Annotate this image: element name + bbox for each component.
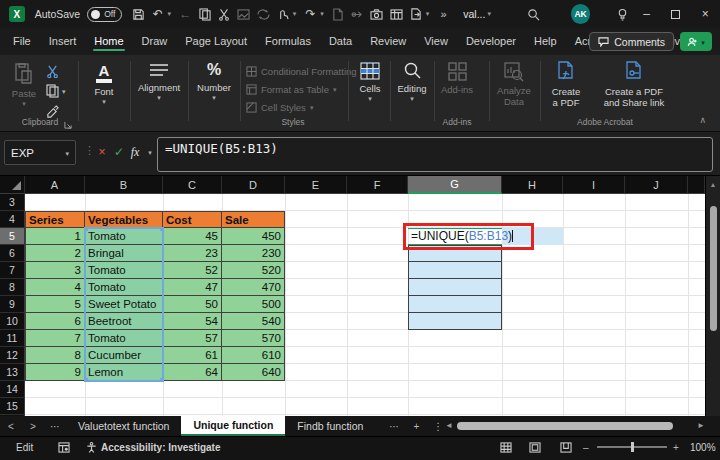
- cell[interactable]: 540: [222, 313, 285, 330]
- cell[interactable]: 520: [222, 262, 285, 279]
- alignment-group-button[interactable]: Alignment ▾: [132, 63, 186, 101]
- accessibility-status[interactable]: Accessibility: Investigate: [101, 437, 221, 457]
- create-pdf-share-button[interactable]: Create a PDF and Share link: [592, 61, 676, 108]
- horizontal-scrollbar-thumb[interactable]: [457, 422, 673, 430]
- cell[interactable]: 52: [163, 262, 222, 279]
- sheet-tab-unique-active[interactable]: Unique function: [181, 416, 285, 436]
- cell[interactable]: 57: [163, 330, 222, 347]
- undo-chevron-icon[interactable]: ▾: [168, 10, 176, 18]
- vertical-scrollbar[interactable]: ▲: [705, 176, 720, 416]
- normal-view-icon[interactable]: [500, 437, 512, 457]
- search-icon[interactable]: [523, 2, 543, 26]
- workbook-name[interactable]: val...: [463, 8, 485, 20]
- cell[interactable]: 61: [163, 347, 222, 364]
- table-header-cell[interactable]: Cost: [163, 211, 222, 228]
- excel-app-icon[interactable]: X: [9, 6, 25, 22]
- column-header-f[interactable]: F: [347, 176, 408, 194]
- cell[interactable]: 500: [222, 296, 285, 313]
- zoom-level[interactable]: 100%: [690, 437, 716, 457]
- tab-insert[interactable]: Insert: [40, 29, 86, 54]
- cell[interactable]: 230: [222, 245, 285, 262]
- cell[interactable]: 450: [222, 228, 285, 245]
- column-header-c[interactable]: C: [163, 176, 222, 194]
- new-sheet-button[interactable]: +: [405, 416, 427, 436]
- cell[interactable]: 640: [222, 364, 285, 381]
- cell[interactable]: 4: [25, 279, 85, 296]
- cell[interactable]: 9: [25, 364, 85, 381]
- draw-touch-icon[interactable]: [273, 2, 293, 26]
- cell[interactable]: 50: [163, 296, 222, 313]
- hscroll-left-icon[interactable]: ◄: [445, 421, 453, 430]
- close-button[interactable]: ×: [691, 0, 720, 28]
- cell[interactable]: 6: [25, 313, 85, 330]
- row-header-11[interactable]: 11: [0, 330, 25, 347]
- cancel-button[interactable]: ×: [94, 141, 110, 163]
- export-icon[interactable]: [406, 2, 426, 26]
- cell[interactable]: 8: [25, 347, 85, 364]
- cell[interactable]: 610: [222, 347, 285, 364]
- cell[interactable]: 47: [163, 279, 222, 296]
- spill-cell-g7[interactable]: [408, 262, 502, 279]
- table-header-cell[interactable]: Vegetables: [85, 211, 163, 228]
- export-chevron-icon[interactable]: ▾: [426, 10, 434, 18]
- macro-record-icon[interactable]: [58, 437, 70, 457]
- number-group-button[interactable]: % Number ▾: [190, 61, 238, 101]
- row-header-3[interactable]: 3: [0, 194, 25, 211]
- row-header-8[interactable]: 8: [0, 279, 25, 296]
- tab-help[interactable]: Help: [525, 29, 566, 54]
- column-header-d[interactable]: D: [222, 176, 285, 194]
- cell[interactable]: 570: [222, 330, 285, 347]
- font-group-button[interactable]: A Font ▾: [80, 63, 128, 105]
- comments-button[interactable]: Comments: [589, 32, 674, 51]
- tab-formulas[interactable]: Formulas: [256, 29, 320, 54]
- zoom-in-button[interactable]: +: [673, 437, 679, 457]
- scroll-up-icon[interactable]: ▲: [706, 176, 720, 188]
- spill-cell-g9[interactable]: [408, 296, 502, 313]
- row-header-7[interactable]: 7: [0, 262, 25, 279]
- column-header-e[interactable]: E: [285, 176, 347, 194]
- column-header-b[interactable]: B: [85, 176, 163, 194]
- row-header-10[interactable]: 10: [0, 313, 25, 330]
- table-header-cell[interactable]: Sale: [222, 211, 285, 228]
- name-box[interactable]: EXP ▾: [4, 140, 76, 165]
- tab-view[interactable]: View: [415, 29, 457, 54]
- cell[interactable]: 45: [163, 228, 222, 245]
- cell[interactable]: 54: [163, 313, 222, 330]
- minimize-button[interactable]: –: [632, 0, 661, 28]
- copy-button[interactable]: ▾: [46, 83, 66, 99]
- table-header-cell[interactable]: Series: [25, 211, 85, 228]
- sheet-more-icon[interactable]: ⋯: [383, 416, 405, 436]
- quick-access-overflow-icon[interactable]: »: [434, 2, 454, 26]
- cell[interactable]: 2: [25, 245, 85, 262]
- redo-icon[interactable]: ↷: [301, 2, 321, 26]
- spill-cell-g10[interactable]: [408, 313, 502, 330]
- tab-developer[interactable]: Developer: [457, 29, 525, 54]
- spill-cell-g8[interactable]: [408, 279, 502, 296]
- column-header-j[interactable]: J: [625, 176, 688, 194]
- row-header-6[interactable]: 6: [0, 245, 25, 262]
- zoom-slider-handle[interactable]: [631, 442, 634, 452]
- row-header-5-selected[interactable]: 5: [0, 228, 25, 245]
- sheet-tab-valuetotext[interactable]: Valuetotext function: [66, 416, 181, 436]
- create-pdf-button[interactable]: Create a PDF: [544, 61, 588, 108]
- formula-bar-chevron-icon[interactable]: ▾: [142, 141, 158, 163]
- row-header-13[interactable]: 13: [0, 364, 25, 381]
- cut-button[interactable]: [46, 63, 59, 79]
- vertical-scrollbar-thumb[interactable]: [710, 206, 717, 331]
- cell[interactable]: 23: [163, 245, 222, 262]
- column-header-a[interactable]: A: [25, 176, 85, 194]
- sheet-nav-right-icon[interactable]: >: [22, 416, 44, 436]
- cut-icon[interactable]: [215, 2, 235, 26]
- row-header-15[interactable]: 15: [0, 398, 25, 415]
- row-header-4[interactable]: 4: [0, 211, 25, 228]
- redo-chevron-icon[interactable]: ▾: [320, 10, 328, 18]
- enter-button[interactable]: ✓: [111, 141, 127, 163]
- zoom-out-button[interactable]: –: [583, 437, 589, 457]
- undo-icon[interactable]: ↶: [148, 2, 168, 26]
- save-icon[interactable]: [128, 2, 148, 26]
- maximize-button[interactable]: [661, 0, 690, 28]
- hscroll-right-icon[interactable]: ►: [697, 421, 705, 430]
- column-header-h[interactable]: H: [502, 176, 563, 194]
- formula-input[interactable]: =UNIQUE(B5:B13): [157, 137, 713, 172]
- editing-group-button[interactable]: Editing ▾: [392, 62, 432, 102]
